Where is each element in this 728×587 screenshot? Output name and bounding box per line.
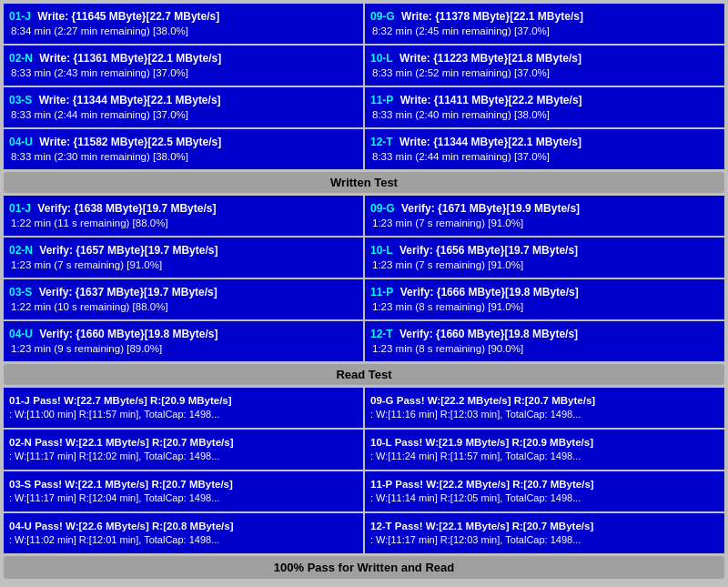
device-id: 02-N	[9, 52, 33, 65]
cell-line2: 1:23 min (7 s remaining) [91.0%]	[9, 258, 358, 272]
device-id: 02-N	[9, 437, 32, 448]
drive-cell: 10-L Write: {11223 MByte}[21.8 MByte/s]8…	[365, 46, 724, 86]
device-id: 02-N	[9, 244, 33, 257]
drive-cell: 04-U Pass! W:[22.6 MByte/s] R:[20.8 MByt…	[4, 513, 363, 553]
device-id: 12-T	[370, 136, 393, 148]
drive-cell: 04-U Write: {11582 MByte}[22.5 MByte/s]8…	[4, 129, 363, 169]
cell-line1: 02-N Write: {11361 MByte}[22.1 MByte/s]	[9, 51, 358, 66]
cell-line1: 10-L Verify: {1656 MByte}[19.7 MByte/s]	[370, 243, 719, 258]
cell-line2: 8:33 min (2:30 min remaining) [38.0%]	[9, 149, 358, 164]
cell-line1: 10-L Write: {11223 MByte}[21.8 MByte/s]	[370, 51, 719, 66]
drive-cell: 02-N Pass! W:[22.1 MByte/s] R:[20.7 MByt…	[4, 430, 363, 470]
cell-line1: 12-T Pass! W:[22.1 MByte/s] R:[20.7 MByt…	[370, 520, 719, 534]
device-id: 01-J	[9, 10, 31, 23]
cell-line1: 03-S Verify: {1637 MByte}[19.7 MByte/s]	[9, 285, 358, 300]
drive-cell: 01-J Write: {11645 MByte}[22.7 MByte/s]8…	[4, 4, 363, 44]
device-id: 01-J	[9, 202, 31, 215]
written-test-header: Written Test	[4, 172, 724, 193]
cell-line2: 1:23 min (8 s remaining) [90.0%]	[370, 341, 719, 356]
main-container: 01-J Write: {11645 MByte}[22.7 MByte/s]8…	[0, 0, 728, 584]
cell-line2: 8:33 min (2:43 min remaining) [37.0%]	[9, 66, 358, 80]
cell-line1: 12-T Write: {11344 MByte}[22.1 MByte/s]	[370, 135, 719, 150]
cell-line1: 09-G Verify: {1671 MByte}[19.9 MByte/s]	[370, 201, 719, 217]
drive-cell: 02-N Write: {11361 MByte}[22.1 MByte/s]8…	[4, 46, 363, 86]
device-id: 04-U	[9, 328, 33, 340]
cell-line2: 1:23 min (7 s remaining) [91.0%]	[370, 258, 719, 272]
cell-line1: 01-J Write: {11645 MByte}[22.7 MByte/s]	[9, 9, 358, 25]
drive-cell: 12-T Verify: {1660 MByte}[19.8 MByte/s]1…	[365, 321, 724, 361]
footer-bar: 100% Pass for Written and Read	[4, 556, 724, 579]
cell-line1: 09-G Write: {11378 MByte}[22.1 MByte/s]	[370, 9, 719, 25]
verify-section: 01-J Verify: {1638 MByte}[19.7 MByte/s]1…	[4, 196, 724, 385]
cell-line2: 8:33 min (2:44 min remaining) [37.0%]	[370, 149, 719, 164]
cell-line2: 1:23 min (9 s remaining) [89.0%]	[9, 341, 358, 356]
cell-line2: 8:32 min (2:45 min remaining) [37.0%]	[370, 24, 719, 38]
drive-cell: 02-N Verify: {1657 MByte}[19.7 MByte/s]1…	[4, 238, 363, 278]
drive-cell: 11-P Write: {11411 MByte}[22.2 MByte/s]8…	[365, 87, 724, 127]
cell-line1: 11-P Pass! W:[22.2 MByte/s] R:[20.7 MByt…	[370, 478, 719, 492]
cell-line2: 8:33 min (2:44 min remaining) [37.0%]	[9, 107, 358, 122]
cell-line1: 01-J Verify: {1638 MByte}[19.7 MByte/s]	[9, 201, 358, 217]
write-grid: 01-J Write: {11645 MByte}[22.7 MByte/s]8…	[4, 4, 724, 169]
drive-cell: 03-S Write: {11344 MByte}[22.1 MByte/s]8…	[4, 87, 363, 127]
drive-cell: 11-P Verify: {1666 MByte}[19.8 MByte/s]1…	[365, 279, 724, 319]
device-id: 10-L	[370, 437, 391, 448]
drive-cell: 10-L Pass! W:[21.9 MByte/s] R:[20.9 MByt…	[365, 430, 724, 470]
drive-cell: 12-T Write: {11344 MByte}[22.1 MByte/s]8…	[365, 129, 724, 169]
read-test-header: Read Test	[4, 364, 724, 385]
pass-section: 01-J Pass! W:[22.7 MByte/s] R:[20.9 MByt…	[4, 388, 724, 579]
cell-line2: : W:[11:17 min] R:[12:03 min], TotalCap:…	[370, 533, 719, 547]
cell-line1: 03-S Write: {11344 MByte}[22.1 MByte/s]	[9, 93, 358, 108]
cell-line1: 12-T Verify: {1660 MByte}[19.8 MByte/s]	[370, 327, 719, 342]
device-id: 11-P	[370, 286, 393, 299]
cell-line2: 1:22 min (11 s remaining) [88.0%]	[9, 216, 358, 230]
cell-line1: 02-N Verify: {1657 MByte}[19.7 MByte/s]	[9, 243, 358, 258]
drive-cell: 10-L Verify: {1656 MByte}[19.7 MByte/s]1…	[365, 238, 724, 278]
cell-line2: 8:33 min (2:40 min remaining) [38.0%]	[370, 107, 719, 122]
drive-cell: 01-J Verify: {1638 MByte}[19.7 MByte/s]1…	[4, 196, 363, 236]
cell-line2: : W:[11:14 min] R:[12:05 min], TotalCap:…	[370, 491, 719, 505]
device-id: 03-S	[9, 94, 32, 106]
cell-line1: 01-J Pass! W:[22.7 MByte/s] R:[20.9 MByt…	[9, 394, 358, 409]
device-id: 03-S	[9, 479, 31, 490]
cell-line1: 04-U Write: {11582 MByte}[22.5 MByte/s]	[9, 135, 358, 150]
drive-cell: 09-G Write: {11378 MByte}[22.1 MByte/s]8…	[365, 4, 724, 44]
device-id: 12-T	[370, 328, 393, 340]
device-id: 10-L	[370, 244, 393, 257]
cell-line2: 1:23 min (8 s remaining) [91.0%]	[370, 299, 719, 314]
pass-grid: 01-J Pass! W:[22.7 MByte/s] R:[20.9 MByt…	[4, 388, 724, 553]
device-id: 04-U	[9, 521, 32, 531]
drive-cell: 03-S Pass! W:[22.1 MByte/s] R:[20.7 MByt…	[4, 471, 363, 511]
drive-cell: 09-G Verify: {1671 MByte}[19.9 MByte/s]1…	[365, 196, 724, 236]
cell-line1: 04-U Pass! W:[22.6 MByte/s] R:[20.8 MByt…	[9, 520, 358, 534]
cell-line1: 09-G Pass! W:[22.2 MByte/s] R:[20.7 MByt…	[370, 394, 719, 409]
cell-line1: 11-P Verify: {1666 MByte}[19.8 MByte/s]	[370, 285, 719, 300]
cell-line2: 1:23 min (7 s remaining) [91.0%]	[370, 216, 719, 230]
cell-line1: 11-P Write: {11411 MByte}[22.2 MByte/s]	[370, 93, 719, 108]
cell-line2: : W:[11:16 min] R:[12:03 min], TotalCap:…	[370, 408, 719, 421]
drive-cell: 09-G Pass! W:[22.2 MByte/s] R:[20.7 MByt…	[365, 388, 724, 428]
cell-line1: 02-N Pass! W:[22.1 MByte/s] R:[20.7 MByt…	[9, 436, 358, 450]
cell-line1: 04-U Verify: {1660 MByte}[19.8 MByte/s]	[9, 327, 358, 342]
drive-cell: 01-J Pass! W:[22.7 MByte/s] R:[20.9 MByt…	[4, 388, 363, 428]
device-id: 03-S	[9, 286, 32, 299]
cell-line2: : W:[11:02 min] R:[12:01 min], TotalCap:…	[9, 533, 358, 547]
drive-cell: 04-U Verify: {1660 MByte}[19.8 MByte/s]1…	[4, 321, 363, 361]
cell-line2: : W:[11:24 min] R:[11:57 min], TotalCap:…	[370, 450, 719, 463]
cell-line2: 8:33 min (2:52 min remaining) [37.0%]	[370, 66, 719, 80]
device-id: 01-J	[9, 395, 30, 406]
device-id: 09-G	[370, 202, 395, 215]
device-id: 10-L	[370, 52, 393, 65]
cell-line2: : W:[11:00 min] R:[11:57 min], TotalCap:…	[9, 408, 358, 421]
device-id: 12-T	[370, 521, 392, 531]
device-id: 11-P	[370, 94, 393, 106]
device-id: 09-G	[370, 10, 395, 23]
drive-cell: 11-P Pass! W:[22.2 MByte/s] R:[20.7 MByt…	[365, 471, 724, 511]
drive-cell: 03-S Verify: {1637 MByte}[19.7 MByte/s]1…	[4, 279, 363, 319]
device-id: 09-G	[370, 395, 394, 406]
device-id: 11-P	[370, 479, 392, 490]
drive-cell: 12-T Pass! W:[22.1 MByte/s] R:[20.7 MByt…	[365, 513, 724, 553]
cell-line2: 8:34 min (2:27 min remaining) [38.0%]	[9, 24, 358, 38]
cell-line1: 10-L Pass! W:[21.9 MByte/s] R:[20.9 MByt…	[370, 436, 719, 450]
cell-line2: 1:22 min (10 s remaining) [88.0%]	[9, 299, 358, 314]
